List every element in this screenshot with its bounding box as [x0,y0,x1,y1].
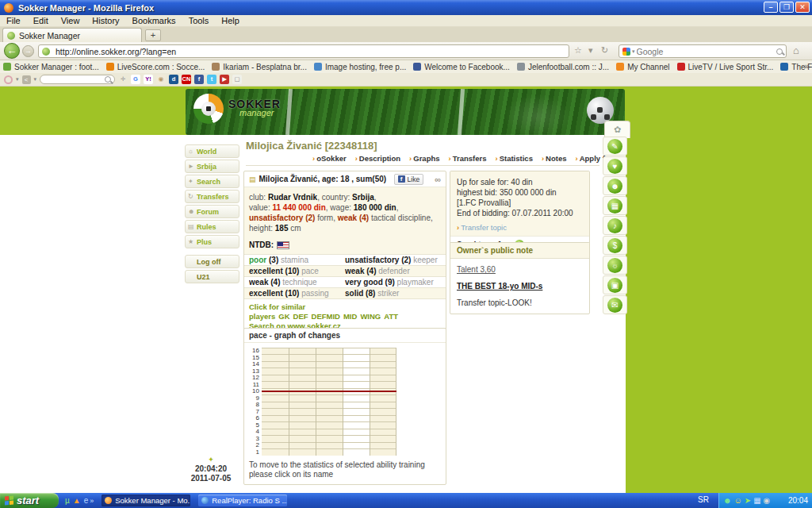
sidebar-item[interactable]: ☼ World [185,144,239,158]
url-bar[interactable] [38,44,569,58]
note-icon[interactable]: ▤ [249,175,256,183]
bookmark-item[interactable]: Ikariam - Besplatna br... [212,63,307,71]
share-site-icon[interactable]: ▢ [232,75,242,84]
share-site-icon[interactable]: t [207,75,216,84]
bookmark-item[interactable]: Image hosting, free p... [314,63,406,71]
share-site-icon[interactable]: ✛ [118,75,128,84]
graph-plot-area[interactable] [262,348,396,456]
share-site-icon[interactable]: CN [182,75,191,84]
subnav-item[interactable]: ›oSokker [312,154,347,163]
tray-icon[interactable]: ▦ [753,496,760,506]
quick-action-button[interactable]: ♥ [603,156,627,175]
quick-action-button[interactable]: ✎ [603,137,627,156]
search-icon[interactable] [776,48,783,55]
minimize-button[interactable]: – [764,2,778,13]
tray-icon[interactable]: ☻ [723,496,732,506]
url-input[interactable] [54,46,565,57]
quick-action-button[interactable]: ▦ [603,196,627,215]
quick-launch-icon[interactable]: µ [65,495,70,506]
quick-launch-icon[interactable]: ▲ [73,495,81,506]
share-icon[interactable]: < [22,75,31,84]
position-filter-link[interactable]: DEFMID [312,312,340,321]
start-button[interactable]: start [0,493,59,508]
facebook-like-button[interactable]: f Like [394,174,424,185]
search-input[interactable] [635,46,776,57]
bookmark-item[interactable]: Jelenfootball.com :: J... [517,63,609,71]
ntdb-flag-icon[interactable] [277,241,289,249]
share-site-icon[interactable]: f [194,75,204,84]
share-site-icon[interactable]: G [131,75,140,84]
tray-icon[interactable]: ➤ [745,496,751,506]
quick-action-button[interactable]: ✉ [603,295,627,314]
talent-link[interactable]: Talent 3,60 [457,265,583,274]
menu-item[interactable]: Tools [182,16,216,25]
subnav-item[interactable]: ›Description [355,154,400,163]
menu-item[interactable]: Edit [27,16,55,25]
skill-name[interactable]: technique [282,278,316,287]
tray-icon[interactable]: ◉ [764,496,771,506]
binoculars-icon[interactable]: ∞ [435,175,441,184]
share-site-icon[interactable]: ◉ [156,75,166,84]
quick-launch-icon[interactable]: e [84,495,89,506]
bookmark-item[interactable]: LiveScore.com : Socce... [106,63,205,71]
forward-button[interactable]: → [22,45,34,57]
task-button-realplayer[interactable]: RealPlayer: Radio S ... [198,495,287,506]
quick-action-button[interactable]: ♪ [603,216,627,235]
sokker-logo[interactable]: SOKKER manager [193,94,281,124]
sidebar-item-logoff[interactable]: Log off [185,255,239,268]
share-site-icon[interactable]: ▶ [220,75,229,84]
search-bar[interactable]: ▾ [619,44,787,58]
new-tab-button[interactable]: + [145,29,161,41]
sidebar-item[interactable]: ★ Plus [185,235,239,248]
back-button[interactable]: ← [4,43,20,59]
position-filter-link[interactable]: DEF [293,312,308,321]
skill-name[interactable]: stamina [281,256,308,264]
bookmarks-overflow-button[interactable]: » [804,62,809,71]
sidebar-item[interactable]: ☻ Forum [185,205,239,218]
transfer-topic-link[interactable]: ›Transfer topic [457,222,583,233]
reload-icon[interactable]: ↻ [601,45,608,56]
skill-name[interactable]: playmaker [397,278,434,287]
task-button-firefox[interactable]: Sokker Manager - Mo... [102,495,190,506]
sidebar-item[interactable]: ► Srbija [185,160,239,173]
quick-action-button[interactable]: ▣ [603,275,627,294]
skill-name[interactable]: keeper [413,256,438,264]
quick-action-button[interactable]: ☼ [603,256,627,275]
sidebar-item[interactable]: ↻ Transfers [185,190,239,203]
best-mids-link[interactable]: THE BEST 18-yo MID-s [457,282,583,291]
bookmark-item[interactable]: LiveTV / Live Sport Str... [677,63,774,71]
skill-name[interactable]: pace [301,267,319,275]
skill-name[interactable]: passing [301,289,328,298]
language-indicator[interactable]: SR [698,495,709,504]
skill-name[interactable]: striker [377,289,399,298]
theme-tab[interactable]: ✿ [604,121,630,138]
tray-icon[interactable]: ☺ [734,496,742,506]
bookmark-item[interactable]: Welcome to Facebook... [413,63,510,71]
active-tab[interactable]: Sokker Manager [2,28,142,42]
restore-button[interactable]: ❐ [779,2,794,13]
menu-item[interactable]: File [0,16,27,25]
menu-item[interactable]: View [55,16,86,25]
club-name[interactable]: Rudar Vrdnik [268,193,317,202]
sidebar-item[interactable]: ▤ Rules [185,220,239,233]
share-dropdown-icon[interactable]: ▾ [34,76,37,83]
country-name[interactable]: Srbija [352,193,374,202]
sidebar-item-u21[interactable]: U21 [185,270,239,283]
menu-item[interactable]: Help [215,16,246,25]
bookmark-star-icon[interactable]: ☆ [574,45,582,56]
bookmark-item[interactable]: My Channel [616,63,669,71]
share-site-icon[interactable]: Y! [144,75,153,84]
addthis-dropdown-icon[interactable]: ▾ [16,76,19,83]
home-button[interactable]: ⌂ [793,44,799,56]
skill-name[interactable]: defender [378,267,409,275]
menu-item[interactable]: History [86,16,125,25]
bookmark-item[interactable]: Sokker Manager : foot... [3,63,99,71]
subnav-item[interactable]: ›Notes [542,154,567,163]
position-filter-link[interactable]: MID [343,312,357,321]
quick-action-button[interactable]: ☻ [603,176,627,195]
menu-item[interactable]: Bookmarks [126,16,182,25]
subnav-item[interactable]: ›Statistics [496,154,533,163]
close-button[interactable]: ✕ [795,2,810,13]
feed-dropdown-icon[interactable]: ▾ [588,45,593,56]
position-filter-link[interactable]: ATT [384,312,398,321]
